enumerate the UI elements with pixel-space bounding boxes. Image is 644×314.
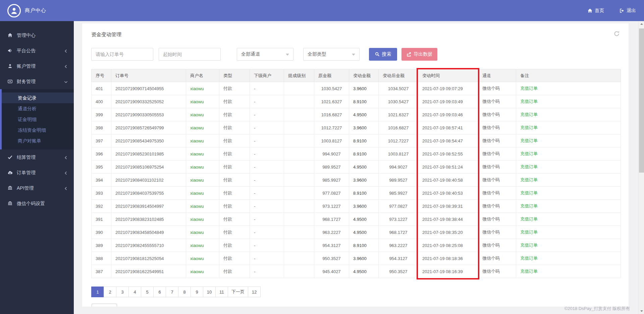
check-icon: [8, 150, 13, 166]
page-button-11[interactable]: 11: [215, 287, 228, 297]
page-button-3[interactable]: 3: [116, 287, 129, 297]
table-row: 39720210719085434975350xiaowu付款-1003.812…: [92, 134, 621, 147]
sidebar-item-结算管理[interactable]: 结算管理: [0, 149, 74, 165]
type-select[interactable]: 全部类型: [303, 48, 360, 61]
sidebar-subitem-冻结资金明细[interactable]: 冻结资金明细: [2, 125, 74, 135]
col-after-amount: 变动后金额: [379, 69, 418, 82]
col-type: 类型: [219, 69, 250, 82]
cell-commission-level: [284, 252, 314, 265]
sidebar-subitem-资金记录[interactable]: 资金记录: [2, 92, 74, 103]
next-page-button[interactable]: 下一页: [228, 287, 248, 297]
channel-select[interactable]: 全部通道: [237, 48, 293, 61]
order-number-input[interactable]: [91, 48, 153, 61]
page-button-5[interactable]: 5: [141, 287, 154, 297]
col-commission-level: 提成级别: [284, 69, 314, 82]
cell-change-time: 2021-07-19 08:16:39: [418, 265, 478, 278]
cell-channel: 微信个码: [478, 108, 516, 121]
bank-icon: [8, 181, 13, 196]
sidebar-subitem-商户对账单[interactable]: 商户对账单: [2, 135, 74, 146]
cell-type: 付款: [219, 187, 250, 200]
cell-sub-merchant: -: [250, 147, 284, 161]
chevron-down-icon: [286, 54, 289, 56]
cell-change-amount: 8.9100: [349, 147, 379, 161]
nav-logout[interactable]: 退出: [620, 8, 636, 14]
cell-order-no: 20210719090714504955: [111, 82, 186, 95]
chevron-left-icon: [64, 165, 68, 180]
cell-commission-level: [284, 147, 314, 161]
cell-change-time: 2021-07-19 08:39:31: [418, 200, 478, 213]
search-button[interactable]: 搜索: [369, 48, 397, 61]
col-change-time: 变动时间: [418, 69, 478, 82]
page-button-10[interactable]: 10: [203, 287, 216, 297]
table-row: 40120210719090714504955xiaowu付款-1030.542…: [92, 82, 621, 95]
cell-change-amount: 4.9500: [349, 213, 379, 226]
vertical-scrollbar[interactable]: [638, 21, 644, 314]
sidebar-item-微信个码设置[interactable]: 微信个码设置: [0, 196, 74, 211]
cell-remark: 充值订单: [516, 147, 621, 161]
col-index: 序号: [92, 69, 111, 82]
cell-merchant: xiaowu: [186, 213, 219, 226]
cell-remark: 充值订单: [516, 239, 621, 252]
cell-remark: 充值订单: [516, 161, 621, 174]
cell-sub-merchant: -: [250, 134, 284, 147]
sidebar-item-平台公告[interactable]: 平台公告: [0, 43, 74, 58]
cell-change-amount: 4.9500: [349, 161, 379, 174]
cell-type: 付款: [219, 108, 250, 121]
sidebar-item-账户管理[interactable]: 账户管理: [0, 58, 74, 74]
start-time-input[interactable]: [159, 48, 221, 61]
page-button-12[interactable]: 12: [248, 287, 261, 297]
page-button-9[interactable]: 9: [191, 287, 203, 297]
cell-channel: 微信个码: [478, 252, 516, 265]
cell-sub-merchant: -: [250, 265, 284, 278]
page-button-4[interactable]: 4: [128, 287, 141, 297]
scroll-up-arrow[interactable]: [639, 21, 644, 27]
cell-remark: 充值订单: [516, 82, 621, 95]
cell-after-amount: 1003.8127: [379, 147, 418, 161]
nav-home[interactable]: 首页: [588, 8, 604, 14]
chevron-left-icon: [64, 43, 68, 58]
cell-type: 付款: [219, 239, 250, 252]
sidebar-item-管理中心[interactable]: 管理中心: [0, 27, 74, 43]
page-button-7[interactable]: 7: [166, 287, 178, 297]
cell-order-no: 20210719085106975254: [111, 161, 186, 174]
page-button-6[interactable]: 6: [153, 287, 166, 297]
cell-sub-merchant: -: [250, 174, 284, 187]
user-icon: [8, 59, 13, 74]
cell-change-time: 2021-07-19 08:25:08: [418, 239, 478, 252]
col-channel: 通道: [478, 69, 516, 82]
sidebar-item-财务管理[interactable]: 财务管理: [0, 74, 74, 89]
cell-after-amount: 973.1227: [379, 213, 418, 226]
cell-remark: 充值订单: [516, 252, 621, 265]
page-button-8[interactable]: 8: [178, 287, 191, 297]
cell-index: 399: [92, 108, 111, 121]
page-button-1[interactable]: 1: [91, 287, 104, 297]
table-row: 39020210719083458504849xiaowu付款-963.2227…: [92, 226, 621, 239]
cell-order-no: 20210719084031102102: [111, 174, 186, 187]
page-size-select[interactable]: [92, 304, 117, 307]
page-button-2[interactable]: 2: [104, 287, 116, 297]
scroll-down-arrow[interactable]: [639, 308, 644, 314]
cell-remark: 充值订单: [516, 95, 621, 108]
sidebar-item-订单管理[interactable]: 订单管理: [0, 165, 74, 180]
export-button[interactable]: 导出数据: [401, 48, 437, 61]
cell-order-no: 20210719090330505553: [111, 108, 186, 121]
sidebar-subitem-通道分析[interactable]: 通道分析: [2, 103, 74, 114]
cell-order-no: 20210719082455555710: [111, 239, 186, 252]
copyright: ©2018 DsPay_打赏支付 版权所有: [565, 306, 630, 312]
sidebar-item-API管理[interactable]: API管理: [0, 180, 74, 196]
cell-sub-merchant: -: [250, 213, 284, 226]
cell-after-amount: 1021.6327: [379, 108, 418, 121]
col-sub-merchant: 下级商户: [250, 69, 284, 82]
sidebar-subitem-证金明细[interactable]: 证金明细: [2, 114, 74, 125]
cell-merchant: xiaowu: [186, 134, 219, 147]
cell-commission-level: [284, 108, 314, 121]
cell-original-amount: 1003.8127: [314, 134, 349, 147]
cell-change-amount: 3.9600: [349, 200, 379, 213]
chevron-left-icon: [64, 149, 68, 165]
table-row: 39920210719090330505553xiaowu付款-1016.682…: [92, 108, 621, 121]
cell-index: 401: [92, 82, 111, 95]
table-row: 38720210719081622549951xiaowu付款-945.4027…: [92, 265, 621, 278]
scrollbar-thumb[interactable]: [639, 28, 644, 173]
cell-index: 388: [92, 252, 111, 265]
refresh-icon[interactable]: [614, 31, 620, 37]
